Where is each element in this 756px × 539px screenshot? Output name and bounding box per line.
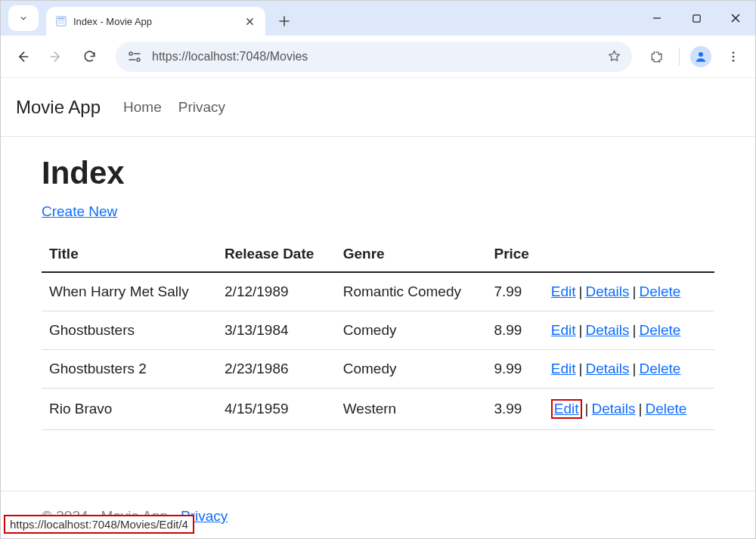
table-header-row: Title Release Date Genre Price bbox=[42, 237, 714, 272]
edit-link[interactable]: Edit bbox=[551, 399, 582, 419]
close-window-button[interactable] bbox=[716, 1, 755, 36]
separator: | bbox=[630, 283, 640, 299]
person-icon bbox=[694, 50, 708, 64]
cell-title: Ghostbusters bbox=[42, 311, 217, 350]
star-icon bbox=[607, 49, 621, 64]
url-text: https://localhost:7048/Movies bbox=[152, 50, 598, 64]
separator bbox=[679, 48, 680, 66]
cell-genre: Romantic Comedy bbox=[336, 272, 487, 311]
status-bar-hover-url: https://localhost:7048/Movies/Edit/4 bbox=[4, 515, 194, 534]
cell-release-date: 4/15/1959 bbox=[217, 389, 336, 430]
new-tab-button[interactable] bbox=[273, 10, 296, 33]
delete-link[interactable]: Delete bbox=[645, 401, 686, 417]
minimize-icon bbox=[652, 13, 662, 23]
puzzle-icon bbox=[649, 49, 665, 64]
table-row: Ghostbusters 22/23/1986Comedy9.99Edit|De… bbox=[42, 350, 714, 389]
kebab-icon bbox=[727, 50, 740, 64]
close-icon bbox=[246, 17, 254, 26]
edit-link[interactable]: Edit bbox=[551, 283, 576, 299]
maximize-icon bbox=[692, 14, 702, 23]
details-link[interactable]: Details bbox=[585, 361, 629, 376]
svg-rect-3 bbox=[58, 23, 65, 23]
site-settings-icon[interactable] bbox=[126, 48, 143, 65]
nav-link-privacy[interactable]: Privacy bbox=[178, 99, 225, 116]
cell-actions: Edit|Details|Delete bbox=[544, 389, 714, 430]
arrow-right-icon bbox=[48, 49, 64, 64]
tab-title: Index - Movie App bbox=[73, 16, 237, 27]
create-new-link[interactable]: Create New bbox=[42, 203, 117, 220]
forward-button[interactable] bbox=[42, 42, 70, 71]
cell-price: 7.99 bbox=[486, 272, 543, 311]
table-row: When Harry Met Sally2/12/1989Romantic Co… bbox=[42, 272, 714, 311]
cell-title: Rio Bravo bbox=[42, 389, 217, 430]
th-actions bbox=[544, 237, 714, 272]
delete-link[interactable]: Delete bbox=[639, 322, 680, 338]
delete-link[interactable]: Delete bbox=[639, 361, 680, 376]
page-title: Index bbox=[42, 155, 714, 191]
cell-release-date: 3/13/1984 bbox=[217, 311, 336, 350]
browser-titlebar: Index - Movie App bbox=[1, 1, 755, 36]
cell-title: When Harry Met Sally bbox=[42, 272, 217, 311]
svg-point-6 bbox=[137, 58, 140, 61]
window-controls bbox=[637, 1, 755, 36]
chevron-down-icon bbox=[18, 13, 29, 23]
separator: | bbox=[582, 401, 592, 417]
movies-table: Title Release Date Genre Price When Harr… bbox=[42, 237, 714, 430]
cell-release-date: 2/23/1986 bbox=[217, 350, 336, 389]
cell-release-date: 2/12/1989 bbox=[217, 272, 336, 311]
reload-icon bbox=[82, 49, 97, 64]
profile-button[interactable] bbox=[690, 46, 711, 67]
brand-link[interactable]: Movie App bbox=[16, 97, 101, 118]
details-link[interactable]: Details bbox=[591, 401, 635, 417]
cell-genre: Comedy bbox=[336, 350, 487, 389]
separator: | bbox=[576, 283, 586, 299]
browser-toolbar: https://localhost:7048/Movies bbox=[1, 36, 755, 78]
tab-favicon-icon bbox=[55, 15, 67, 27]
address-bar[interactable]: https://localhost:7048/Movies bbox=[116, 42, 632, 72]
close-icon bbox=[730, 13, 741, 23]
svg-point-7 bbox=[699, 52, 703, 57]
maximize-button[interactable] bbox=[677, 1, 716, 36]
page-viewport: Movie App Home Privacy Index Create New … bbox=[1, 78, 755, 538]
cell-price: 3.99 bbox=[486, 389, 543, 430]
cell-price: 9.99 bbox=[486, 350, 543, 389]
svg-point-8 bbox=[733, 51, 735, 54]
edit-link[interactable]: Edit bbox=[551, 361, 576, 376]
svg-rect-1 bbox=[58, 18, 65, 20]
svg-point-9 bbox=[733, 55, 735, 57]
separator: | bbox=[576, 361, 586, 376]
back-button[interactable] bbox=[8, 42, 37, 71]
cell-genre: Comedy bbox=[336, 311, 487, 350]
details-link[interactable]: Details bbox=[585, 283, 629, 299]
edit-link[interactable]: Edit bbox=[551, 322, 576, 338]
arrow-left-icon bbox=[15, 49, 30, 64]
cell-title: Ghostbusters 2 bbox=[42, 350, 217, 389]
cell-actions: Edit|Details|Delete bbox=[544, 272, 714, 311]
minimize-button[interactable] bbox=[637, 1, 677, 36]
delete-link[interactable]: Delete bbox=[639, 283, 680, 299]
th-title: Title bbox=[42, 237, 217, 272]
cell-genre: Western bbox=[336, 389, 487, 430]
menu-button[interactable] bbox=[719, 42, 748, 71]
extensions-button[interactable] bbox=[643, 42, 671, 71]
separator: | bbox=[636, 401, 646, 417]
svg-point-10 bbox=[733, 59, 735, 61]
bookmark-button[interactable] bbox=[607, 49, 621, 64]
separator: | bbox=[630, 322, 640, 338]
nav-link-home[interactable]: Home bbox=[123, 99, 162, 116]
separator: | bbox=[576, 322, 586, 338]
table-row: Rio Bravo4/15/1959Western3.99Edit|Detail… bbox=[42, 389, 714, 430]
main-container: Index Create New Title Release Date Genr… bbox=[1, 137, 755, 460]
cell-actions: Edit|Details|Delete bbox=[544, 350, 714, 389]
plus-icon bbox=[278, 15, 290, 27]
reload-button[interactable] bbox=[75, 42, 104, 71]
details-link[interactable]: Details bbox=[585, 322, 629, 338]
svg-rect-4 bbox=[692, 14, 699, 21]
browser-tab[interactable]: Index - Movie App bbox=[46, 7, 265, 36]
th-release-date: Release Date bbox=[217, 237, 336, 272]
svg-rect-2 bbox=[58, 20, 65, 21]
th-price: Price bbox=[486, 237, 543, 272]
tabs-dropdown-button[interactable] bbox=[8, 5, 39, 31]
tab-close-button[interactable] bbox=[243, 14, 256, 28]
table-row: Ghostbusters3/13/1984Comedy8.99Edit|Deta… bbox=[42, 311, 714, 350]
